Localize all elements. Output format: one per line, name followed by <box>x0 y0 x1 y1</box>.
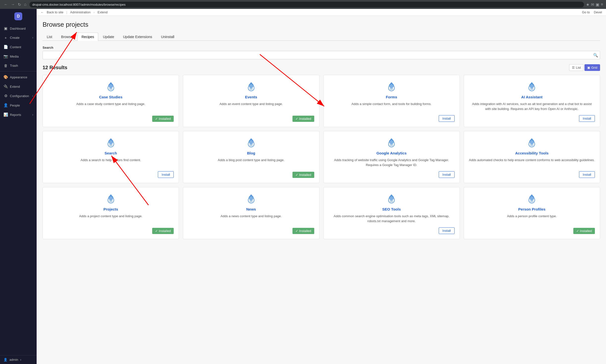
card-icon-events <box>244 81 258 92</box>
card-desc-ai-assistant: Adds integration with AI services, such … <box>469 102 595 111</box>
search-input-wrap: 🔍 <box>43 51 600 59</box>
page-title: Browse projects <box>43 21 600 28</box>
administration-link[interactable]: Administration <box>70 10 91 14</box>
sidebar-item-content[interactable]: 📄 Content <box>0 42 37 52</box>
sidebar-item-configuration[interactable]: ⚙ Configuration › <box>0 91 37 101</box>
sidebar-item-dashboard[interactable]: ▣ Dashboard <box>0 24 37 33</box>
search-input[interactable] <box>43 51 600 59</box>
browser-actions: ★ ✉ ▣ ≡ <box>586 2 603 7</box>
card-blog: Blog Adds a blog post content type and l… <box>183 131 319 183</box>
star-icon[interactable]: ★ <box>586 2 589 7</box>
sidebar: D ▣ Dashboard + Create › 📄 Content 📷 Med… <box>0 9 37 364</box>
list-view-label: List <box>576 66 581 69</box>
card-footer-accessibility-tools: Install <box>469 171 595 178</box>
card-icon-news <box>244 193 258 204</box>
install-button-ai-assistant[interactable]: Install <box>579 115 595 122</box>
card-title-blog[interactable]: Blog <box>247 151 255 155</box>
search-button[interactable]: 🔍 <box>593 53 598 58</box>
install-button-seo-tools[interactable]: Install <box>439 227 455 234</box>
card-title-google-analytics[interactable]: Google Analytics <box>376 151 407 155</box>
media-icon: 📷 <box>3 54 8 59</box>
chevron-icon: › <box>32 36 33 39</box>
sidebar-item-reports[interactable]: 📊 Reports › <box>0 110 37 119</box>
card-events: Events Adds an event content type and li… <box>183 75 319 127</box>
reload-button[interactable]: ↻ <box>17 2 22 7</box>
sidebar-item-label: Configuration <box>10 94 29 98</box>
card-title-case-studies[interactable]: Case Studies <box>99 95 122 99</box>
back-to-site-link[interactable]: Back to site <box>47 10 63 14</box>
sidebar-item-create[interactable]: + Create › <box>0 33 37 42</box>
sidebar-item-people[interactable]: 👤 People <box>0 101 37 110</box>
card-title-projects[interactable]: Projects <box>103 207 118 211</box>
reports-icon: 📊 <box>3 112 8 117</box>
card-desc-person-profiles: Adds a person profile content type. <box>469 214 595 224</box>
sidebar-item-trash[interactable]: 🗑 Trash <box>0 61 37 70</box>
mail-icon[interactable]: ✉ <box>591 2 594 7</box>
tab-browse[interactable]: Browse <box>57 33 77 41</box>
sidebar-item-label: Content <box>10 45 21 49</box>
card-footer-news: ✓ Installed <box>188 228 314 234</box>
sidebar-admin[interactable]: 👤 admin › <box>0 355 37 364</box>
card-footer-blog: ✓ Installed <box>188 172 314 178</box>
devel-label[interactable]: Devel <box>594 10 602 14</box>
card-title-person-profiles[interactable]: Person Profiles <box>518 207 545 211</box>
back-arrow-icon: ← <box>41 10 44 14</box>
card-desc-projects: Adds a project content type and listing … <box>48 214 174 224</box>
grid-view-label: Grid <box>591 66 597 69</box>
sidebar-item-label: Appearance <box>10 75 27 79</box>
install-button-accessibility-tools[interactable]: Install <box>579 171 595 178</box>
card-news: News Adds a news content type and listin… <box>183 187 319 239</box>
sidebar-item-appearance[interactable]: 🎨 Appearance <box>0 72 37 82</box>
install-button-google-analytics[interactable]: Install <box>439 171 455 178</box>
tab-uninstall[interactable]: Uninstall <box>157 33 179 41</box>
go-to-label[interactable]: Go to <box>582 10 590 14</box>
card-footer-events: ✓ Installed <box>188 116 314 122</box>
card-seo-tools: SEO Tools Adds common search engine opti… <box>323 187 460 239</box>
card-title-seo-tools[interactable]: SEO Tools <box>382 207 401 211</box>
card-title-forms[interactable]: Forms <box>386 95 397 99</box>
sidebar-item-label: Create <box>10 36 20 40</box>
address-bar[interactable] <box>29 2 584 7</box>
card-title-accessibility-tools[interactable]: Accessibility Tools <box>515 151 549 155</box>
home-button[interactable]: ⌂ <box>23 2 27 7</box>
card-title-events[interactable]: Events <box>245 95 257 99</box>
search-label: Search <box>43 46 600 49</box>
configuration-icon: ⚙ <box>3 94 8 98</box>
installed-badge-blog: ✓ Installed <box>292 172 314 178</box>
sidebar-logo: D <box>0 9 37 24</box>
card-desc-search: Adds a search to help visitors find cont… <box>48 158 174 167</box>
installed-badge-projects: ✓ Installed <box>152 228 174 234</box>
sidebar-item-extend[interactable]: 🔌 Extend <box>0 82 37 91</box>
back-button[interactable]: ← <box>3 2 9 7</box>
sidebar-item-label: Dashboard <box>10 27 26 30</box>
install-button-search[interactable]: Install <box>158 171 174 178</box>
grid-view-button[interactable]: ▣ Grid <box>584 64 600 71</box>
extend-link[interactable]: Extend <box>97 10 107 14</box>
card-footer-ai-assistant: Install <box>469 115 595 122</box>
card-title-ai-assistant[interactable]: AI Assistant <box>521 95 542 99</box>
extend-icon: 🔌 <box>3 84 8 89</box>
list-view-button[interactable]: ☰ List <box>569 64 583 71</box>
nav-buttons: ← → ↻ ⌂ <box>3 2 27 7</box>
tab-list[interactable]: List <box>43 33 56 41</box>
extensions-icon[interactable]: ▣ <box>596 2 599 7</box>
sidebar-item-media[interactable]: 📷 Media <box>0 52 37 61</box>
card-title-search[interactable]: Search <box>105 151 117 155</box>
admin-label: admin <box>9 358 18 362</box>
topbar: ← Back to site | Administration › Extend… <box>37 9 606 16</box>
card-icon-search <box>104 137 118 148</box>
topbar-right: Go to Devel <box>582 10 602 14</box>
installed-badge-case-studies: ✓ Installed <box>152 116 174 122</box>
browser-chrome: ← → ↻ ⌂ ★ ✉ ▣ ≡ <box>0 0 606 9</box>
tab-update[interactable]: Update <box>99 33 118 41</box>
card-title-news[interactable]: News <box>246 207 256 211</box>
installed-badge-events: ✓ Installed <box>292 116 314 122</box>
tab-update-extensions[interactable]: Update Extensions <box>119 33 156 41</box>
view-toggle: ☰ List ▣ Grid <box>569 64 600 71</box>
install-button-forms[interactable]: Install <box>439 115 455 122</box>
tab-recipes[interactable]: Recipes <box>77 33 98 41</box>
appearance-icon: 🎨 <box>3 75 8 79</box>
forward-button[interactable]: → <box>10 2 16 7</box>
menu-icon[interactable]: ≡ <box>601 2 603 7</box>
card-icon-blog <box>244 137 258 148</box>
